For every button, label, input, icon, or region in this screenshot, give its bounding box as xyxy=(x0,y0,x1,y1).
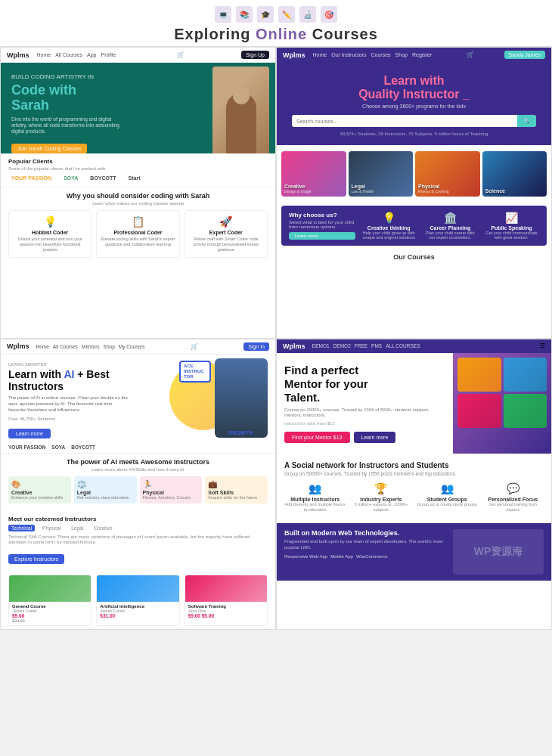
panel3-instructors: Meet our esteemed Instructors Technical … xyxy=(1,513,275,572)
p3-nav-shop[interactable]: Shop xyxy=(104,344,115,349)
p2-user-btn[interactable]: Sandy James xyxy=(504,51,545,59)
p3-cart-icon[interactable]: 🛒 xyxy=(191,343,198,350)
p3-signin-btn[interactable]: Sign In xyxy=(243,342,269,351)
panel1-cards: 💡 Hobbist Coder Unlock your potential an… xyxy=(8,210,268,258)
panel2-search[interactable]: 🔍 xyxy=(292,115,536,127)
panel1-clients: Popular Clients Some of the popular clie… xyxy=(1,153,275,187)
ai-legal-icon: ⚖️ xyxy=(77,480,134,488)
wp-logo-bg: WP资源海 xyxy=(453,529,544,575)
p4-nav-free[interactable]: FREE xyxy=(355,343,367,349)
expert-icon: 🚀 xyxy=(188,215,264,228)
panel1-card-hobbist: 💡 Hobbist Coder Unlock your potential an… xyxy=(8,210,91,258)
panel3-ai-section: The power of AI meets Awesome Instructor… xyxy=(1,454,275,513)
wp-watermark: WP资源海 xyxy=(474,545,523,559)
career-planning-icon: 🏛️ xyxy=(423,212,478,224)
panel2-cat-science[interactable]: Science xyxy=(482,151,547,197)
p2-nav-instructors[interactable]: Our Instructors xyxy=(331,52,366,57)
panel3-ai-title: The power of AI meets Awesome Instructor… xyxy=(8,458,268,466)
panel1-cart-icon[interactable]: 🛒 xyxy=(177,51,185,58)
ai-card-physical: 🏃 Physical Fitness, Aerobics, Circuits xyxy=(140,476,203,503)
panel4-learn-more-btn[interactable]: Learn more xyxy=(354,432,396,443)
p4-nav-allcourses[interactable]: ALL COURSES xyxy=(386,343,420,349)
panel4-social: A Social network for Instructors and Stu… xyxy=(277,454,551,523)
icon-target: 🎯 xyxy=(321,6,337,23)
feature-industry-experts: 🏆 Industry Experts 3 million+ experts on… xyxy=(350,482,411,513)
panel3-hero-person xyxy=(215,358,268,438)
panel2-hero: Learn with Quality Instructor _ Choose a… xyxy=(277,62,551,145)
panel3-learn-more-btn[interactable]: Learn more xyxy=(8,429,51,438)
panel3-logo: Wplms xyxy=(7,342,29,350)
panel2-search-input[interactable] xyxy=(292,115,517,127)
tab-technical[interactable]: Technical xyxy=(8,525,35,531)
personalized-icon: 💬 xyxy=(482,482,544,494)
panel3-nav: Wplms Home All Courses Mentors Shop My C… xyxy=(1,339,275,355)
p2-nav-courses[interactable]: Courses xyxy=(371,52,391,57)
course-general[interactable]: General Course James Carter $9.00 $29.00 xyxy=(8,575,91,626)
ai-physical-icon: 🏃 xyxy=(143,480,200,488)
panel3-ai-cards: 🎨 Creative Enhance your creative skills … xyxy=(8,476,268,503)
panel2-learn-more-btn[interactable]: Learn more xyxy=(289,232,355,240)
ai-creative-icon: 🎨 xyxy=(11,480,68,488)
p3-nav-courses[interactable]: All Courses xyxy=(53,344,78,349)
panel2-cat-physical[interactable]: Physical Fitness & Cooking xyxy=(415,151,480,197)
panel4-logo: Wplms xyxy=(283,342,305,350)
expert-desc: Refine craft with Smart Coder code activ… xyxy=(188,237,264,253)
course-software-img xyxy=(185,575,267,602)
photo-3 xyxy=(457,394,501,428)
panel1-nav: Wplms Home All Courses App Profile 🛒 Sig… xyxy=(1,48,275,63)
panel2-search-btn[interactable]: 🔍 xyxy=(517,115,536,127)
tab-legal[interactable]: Legal xyxy=(68,525,86,531)
industry-experts-icon: 🏆 xyxy=(350,482,411,494)
p4-nav-demo1[interactable]: DEMO1 xyxy=(312,343,330,349)
panel2-logo: Wplms xyxy=(283,51,305,59)
panel4-hero-content: Find a perfect Mentor for your Talent. C… xyxy=(277,353,453,454)
panel1-nav-app[interactable]: App xyxy=(87,52,96,57)
panel2-cat-legal[interactable]: Legal Law & Health xyxy=(349,151,414,197)
p3-logo-soya: SOYA xyxy=(51,445,65,450)
panel3-inst-tabs: Technical Physical Legal Creative xyxy=(8,525,268,531)
panel2-hero-tags: 48,874+ Students, 28 Instructors, 76 Sub… xyxy=(277,132,551,136)
panel2-choose-career: 🏛️ Career Planning Plan your child caree… xyxy=(423,212,478,240)
logo-boycott: BOYCOTT xyxy=(87,174,119,182)
panel2-cat-creative[interactable]: Creative Design & Image xyxy=(281,151,346,197)
panel1-hero-btn[interactable]: Join Sarah Coding Classes xyxy=(11,144,87,153)
tab-creative[interactable]: Creative xyxy=(91,525,115,531)
photo-4 xyxy=(504,394,547,428)
panel2-hero-title: Learn with Quality Instructor _ xyxy=(277,74,551,101)
tab-physical[interactable]: Physical xyxy=(39,525,64,531)
ai-card-legal: ⚖️ Legal Get industry class education xyxy=(74,476,137,503)
panel1-nav-profile[interactable]: Profile xyxy=(101,52,116,57)
logo-yourpassion: YOUR PASSION xyxy=(8,174,54,182)
photo-1 xyxy=(457,358,501,392)
panel4-nav: Wplms DEMO1 DEMO2 FREE PMS ALL COURSES ☰ xyxy=(277,339,551,353)
panel-ai-instructors: Wplms Home All Courses Mentors Shop My C… xyxy=(0,339,276,631)
p3-nav-home[interactable]: Home xyxy=(36,344,49,349)
panel4-features: 👥 Multiple Instructors Add diversity and… xyxy=(284,482,544,513)
panel1-hero: BUILD CODING ARTISTRY IN Code with Sarah… xyxy=(1,63,275,153)
panel1-signup-btn[interactable]: Sign Up xyxy=(241,51,269,59)
p2-nav-home[interactable]: Home xyxy=(313,52,327,57)
panel2-courses-title: Our Courses xyxy=(277,249,551,264)
hobbist-title: Hobbist Coder xyxy=(12,230,88,235)
p4-nav-pms[interactable]: PMS xyxy=(371,343,382,349)
panel-quality-instructor: Wplms Home Our Instructors Courses Shop … xyxy=(276,47,552,339)
p3-logo-passion: YOUR PASSION xyxy=(8,445,45,450)
panel2-cart-icon[interactable]: 🛒 xyxy=(467,51,474,58)
course-ai-img xyxy=(97,575,178,602)
panel3-explore-btn[interactable]: Explore Instructors xyxy=(8,554,64,564)
course-software[interactable]: Software Training Jane Doe $9.00 $5.00 xyxy=(185,575,268,626)
student-groups-icon: 👥 xyxy=(417,482,478,494)
multiple-inst-icon: 👥 xyxy=(284,482,346,494)
p3-nav-mentors[interactable]: Mentors xyxy=(82,344,99,349)
panel3-courses: General Course James Carter $9.00 $29.00… xyxy=(1,572,275,629)
panel1-nav-home[interactable]: Home xyxy=(37,52,51,57)
p2-nav-shop[interactable]: Shop xyxy=(395,52,408,57)
p2-nav-register[interactable]: Register xyxy=(412,52,432,57)
panel1-nav-courses[interactable]: All Courses xyxy=(55,52,82,57)
p3-nav-mycourses[interactable]: My Courses xyxy=(119,344,145,349)
course-ai[interactable]: Artificial Intelligence James Carter $31… xyxy=(96,575,179,626)
panel4-find-mentor-btn[interactable]: Find your Mentor $13 xyxy=(284,432,350,443)
p4-menu-icon[interactable]: ☰ xyxy=(540,342,545,349)
p4-nav-demo2[interactable]: DEMO2 xyxy=(333,343,351,349)
panel2-choose-speaking: 📈 Public Speaking Get your child communi… xyxy=(484,212,539,240)
